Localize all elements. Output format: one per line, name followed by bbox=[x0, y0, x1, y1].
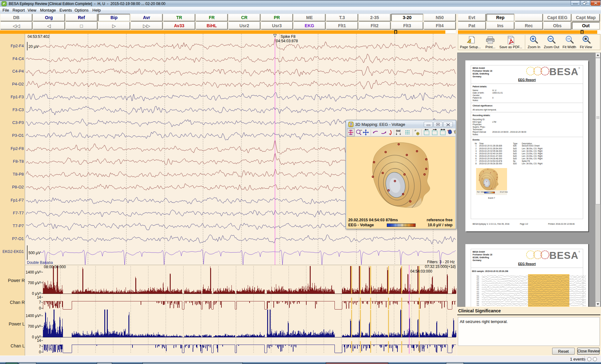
svg-text:®: ® bbox=[578, 67, 580, 69]
svg-text:Fp1: Fp1 bbox=[477, 279, 479, 281]
svg-text:Fp1: Fp1 bbox=[477, 299, 479, 300]
svg-text:Fp2: Fp2 bbox=[477, 289, 479, 290]
svg-text:500 µV: 500 µV bbox=[28, 251, 40, 255]
svg-text:Fp1: Fp1 bbox=[477, 291, 479, 293]
svg-text:08:00:00:000: 08:00:00:000 bbox=[44, 265, 66, 269]
svg-text:-: - bbox=[453, 129, 454, 132]
svg-text:Fp1: Fp1 bbox=[477, 275, 479, 277]
svg-text:700 µV²: 700 µV² bbox=[28, 324, 41, 329]
svg-text:Filters: 3 - 20 Hz: Filters: 3 - 20 Hz bbox=[427, 260, 455, 264]
svg-text:04:54:03:000: 04:54:03:000 bbox=[410, 269, 432, 274]
svg-text:Fp2: Fp2 bbox=[477, 285, 479, 287]
svg-text:®: ® bbox=[578, 251, 580, 253]
svg-text:14: 14 bbox=[37, 338, 41, 343]
svg-text:Fp2: Fp2 bbox=[477, 301, 479, 302]
svg-text:Fp2: Fp2 bbox=[477, 293, 479, 295]
svg-text:Fp1: Fp1 bbox=[477, 303, 479, 304]
svg-text:7: 7 bbox=[39, 300, 41, 305]
svg-text:04:54:03:878: 04:54:03:878 bbox=[276, 39, 298, 43]
svg-text:07:32:15:000(+1d): 07:32:15:000(+1d) bbox=[425, 265, 456, 269]
svg-text:1400 µV²: 1400 µV² bbox=[26, 314, 41, 318]
svg-text:P: P bbox=[415, 129, 416, 132]
svg-text:Std: Std bbox=[396, 129, 401, 132]
svg-text:BESA: BESA bbox=[549, 250, 578, 260]
svg-text:04:53:57:402: 04:53:57:402 bbox=[28, 34, 49, 39]
svg-text:Fp1: Fp1 bbox=[477, 295, 479, 296]
svg-text:Fp2: Fp2 bbox=[477, 297, 479, 298]
svg-text:0: 0 bbox=[39, 306, 41, 310]
svg-text:Fp2: Fp2 bbox=[477, 305, 479, 306]
svg-text:Double Banana: Double Banana bbox=[27, 260, 53, 265]
svg-text:0: 0 bbox=[39, 350, 41, 354]
svg-text:1400 µV²: 1400 µV² bbox=[26, 270, 41, 274]
svg-text:20 µV: 20 µV bbox=[28, 44, 39, 49]
svg-text:BESA: BESA bbox=[549, 66, 578, 77]
svg-text:Spike F8: Spike F8 bbox=[281, 34, 296, 39]
svg-text:7: 7 bbox=[39, 344, 41, 349]
svg-text:Fp1: Fp1 bbox=[477, 283, 479, 285]
svg-text:14: 14 bbox=[37, 295, 41, 300]
svg-text:700 µV²: 700 µV² bbox=[28, 281, 41, 285]
svg-text:Fp1: Fp1 bbox=[477, 287, 479, 289]
svg-text:Fp2: Fp2 bbox=[477, 277, 479, 279]
svg-text:Fp2: Fp2 bbox=[477, 281, 479, 283]
